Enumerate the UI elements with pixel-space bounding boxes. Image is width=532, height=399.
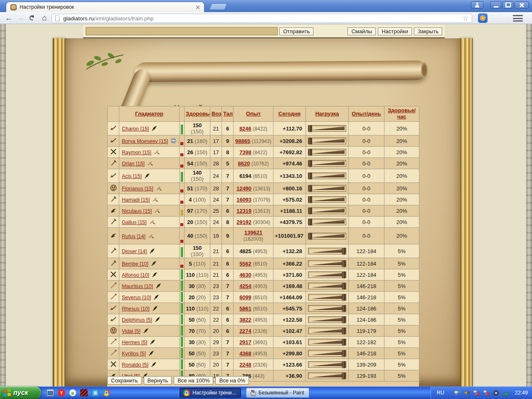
load-slider[interactable]: [308, 196, 346, 203]
load-slider[interactable]: [308, 248, 346, 254]
send-button[interactable]: Отправить: [279, 27, 313, 35]
load-knob[interactable]: [342, 350, 346, 357]
gladiator-link[interactable]: Hamadi [15]: [122, 197, 150, 203]
load-knob[interactable]: [308, 125, 312, 132]
gladiator-link[interactable]: Hermes [5]: [122, 340, 147, 345]
language-indicator[interactable]: RU: [437, 390, 444, 396]
tray-app-icon[interactable]: [493, 390, 499, 396]
gladiator-link[interactable]: Ronaldo [5]: [122, 362, 148, 368]
start-button[interactable]: пуск: [0, 387, 41, 399]
menu-icon[interactable]: [513, 15, 523, 22]
gladiator-link[interactable]: Niculaus [15]: [122, 208, 152, 214]
load-slider[interactable]: [308, 149, 346, 155]
new-tab-button[interactable]: [209, 3, 227, 10]
exp-link[interactable]: 7398: [239, 149, 251, 155]
gladiator-link[interactable]: Delphinus [5]: [122, 317, 152, 323]
exp-link[interactable]: 5861: [239, 305, 251, 312]
address-bar[interactable]: gladiators.ru/xml/gladiators/train.php ☆: [52, 14, 472, 23]
load-slider[interactable]: [308, 138, 346, 144]
load-slider[interactable]: [308, 219, 346, 225]
app-icon[interactable]: [80, 389, 88, 397]
load-knob[interactable]: [342, 305, 346, 312]
load-knob[interactable]: [342, 372, 346, 379]
load-knob[interactable]: [308, 196, 312, 203]
load-knob[interactable]: [342, 361, 346, 368]
load-slider[interactable]: [308, 207, 346, 214]
chat-settings-button[interactable]: Настройки: [378, 27, 412, 35]
load-knob[interactable]: [308, 233, 312, 239]
tab-close-icon[interactable]: [195, 5, 200, 10]
load-slider[interactable]: [308, 233, 346, 239]
col-gladiator[interactable]: Гладиатор: [119, 106, 180, 122]
load-slider[interactable]: [308, 350, 346, 357]
utorrent-icon[interactable]: µ: [69, 389, 76, 397]
load-slider[interactable]: [308, 305, 346, 312]
load-knob[interactable]: [342, 283, 346, 289]
gladiator-link[interactable]: Rufus [14]: [122, 234, 145, 239]
exp-link[interactable]: 6099: [239, 294, 251, 300]
gladiator-link[interactable]: Borya Moeseev [15]: [122, 138, 168, 144]
exp-link[interactable]: 139621: [244, 229, 262, 236]
bookmark-star-icon[interactable]: ☆: [463, 15, 468, 22]
yandex-browser-icon[interactable]: Y: [58, 389, 65, 397]
chat-close-button[interactable]: Закрыть: [414, 27, 442, 35]
col-exp[interactable]: Опыт: [234, 106, 273, 122]
load-slider[interactable]: [308, 185, 346, 192]
col-health[interactable]: Здоровье: [185, 106, 210, 122]
close-window-button[interactable]: [515, 1, 529, 9]
revert-button[interactable]: Вернуть: [144, 376, 172, 384]
load-knob[interactable]: [342, 294, 346, 300]
all-100-button[interactable]: Все на 100%: [174, 376, 213, 384]
exp-link[interactable]: 2248: [239, 362, 251, 368]
exp-link[interactable]: 12490: [236, 185, 251, 192]
network-disconnected-icon[interactable]: [473, 389, 480, 396]
load-knob[interactable]: [308, 185, 312, 192]
load-slider[interactable]: [308, 339, 346, 345]
save-button[interactable]: Сохранить: [107, 376, 142, 384]
exp-link[interactable]: 2274: [239, 328, 251, 334]
exp-link[interactable]: 16093: [236, 197, 251, 203]
exp-link[interactable]: 5562: [239, 261, 251, 267]
chat-input[interactable]: [86, 27, 278, 35]
back-button[interactable]: ←: [3, 13, 14, 23]
load-knob[interactable]: [342, 339, 346, 345]
gladiator-link[interactable]: Severus [10]: [122, 295, 151, 300]
load-knob[interactable]: [342, 328, 346, 334]
load-slider[interactable]: [308, 160, 346, 167]
exp-link[interactable]: 4630: [239, 272, 251, 278]
network-activity-icon[interactable]: [454, 389, 461, 396]
maximize-button[interactable]: [502, 1, 513, 9]
gladiator-link[interactable]: Kyrillos [5]: [122, 351, 146, 357]
gladiator-link[interactable]: Acis [15]: [122, 173, 142, 179]
load-knob[interactable]: [308, 207, 312, 214]
load-slider[interactable]: [308, 283, 346, 289]
browser-tab[interactable]: Настройки тренировок: [6, 2, 204, 12]
show-desktop-icon[interactable]: [47, 389, 54, 397]
load-slider[interactable]: [308, 260, 346, 267]
reload-button[interactable]: [27, 13, 37, 23]
load-slider[interactable]: [308, 361, 346, 368]
load-knob[interactable]: [308, 172, 312, 179]
extension-icon[interactable]: [478, 13, 488, 23]
exp-link[interactable]: 4825: [239, 248, 251, 254]
load-slider[interactable]: [308, 328, 346, 334]
col-age[interactable]: Воз: [210, 106, 222, 122]
forward-button[interactable]: →: [15, 13, 26, 23]
smileys-button[interactable]: Смайлы: [347, 27, 376, 35]
tray-app-green-icon[interactable]: [502, 390, 509, 396]
load-knob[interactable]: [308, 138, 312, 144]
home-button[interactable]: ⌂: [39, 13, 50, 23]
minimize-button[interactable]: [490, 1, 501, 9]
load-knob[interactable]: [308, 149, 312, 155]
gladiator-link[interactable]: Alfonso [10]: [122, 272, 149, 278]
gladiator-link[interactable]: Gallus [15]: [122, 219, 147, 225]
load-slider[interactable]: [308, 125, 346, 132]
gladiator-link[interactable]: Florianus [15]: [122, 186, 153, 192]
exp-link[interactable]: 29192: [236, 219, 251, 225]
taskbar-task-chrome[interactable]: Настройки трениро...: [180, 388, 241, 398]
load-knob[interactable]: [308, 219, 312, 225]
col-load[interactable]: Нагрузка: [306, 106, 349, 122]
load-knob[interactable]: [342, 271, 346, 278]
gladiator-link[interactable]: Charon [15]: [122, 126, 149, 132]
load-knob[interactable]: [308, 160, 312, 167]
